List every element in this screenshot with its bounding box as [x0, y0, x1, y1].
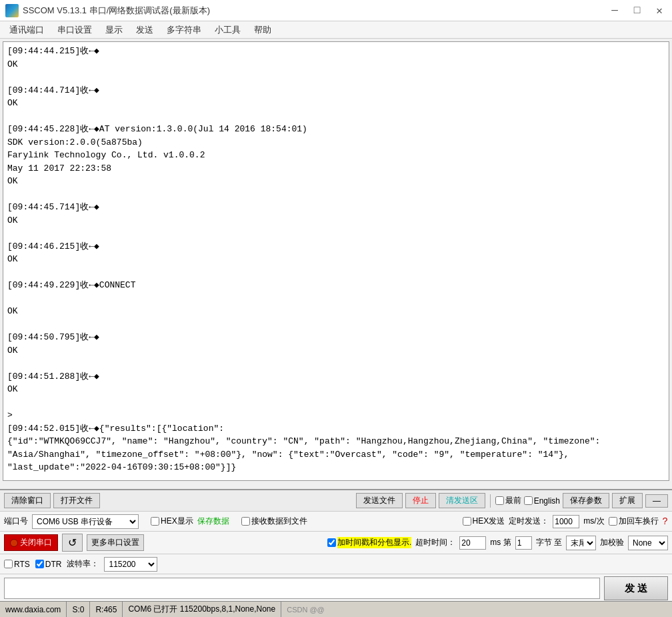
toolbar-row3: 关闭串口 ↺ 更多串口设置 加时间戳和分包显示. 超时时间： ms 第 字节 至…: [0, 532, 672, 554]
port-dropdown[interactable]: COM6 USB 串行设备: [32, 514, 139, 529]
byte-unit-label: 字节 至: [536, 537, 562, 548]
stop-button[interactable]: 停止: [405, 493, 436, 508]
hex-display-text: HEX显示: [161, 516, 193, 527]
menu-multistring[interactable]: 多字符串: [160, 22, 208, 38]
recv-file-text: 接收数据到文件: [251, 516, 307, 527]
save-data-link[interactable]: 保存数据: [197, 516, 229, 527]
hex-send-checkbox[interactable]: [463, 517, 471, 526]
ms-per-label: ms/次: [583, 516, 604, 527]
website-status: www.daxia.com: [0, 602, 67, 617]
recv-file-checkbox[interactable]: [241, 517, 250, 526]
baud-label: 波特率：: [67, 558, 99, 570]
timestamp-checkbox[interactable]: [327, 538, 336, 547]
toolbar-row1: 清除窗口 打开文件 发送文件 停止 清发送区 最前 English 保存参数 扩…: [0, 490, 672, 512]
refresh-button[interactable]: ↺: [62, 534, 83, 552]
english-checkbox-label[interactable]: English: [524, 496, 560, 506]
s-count-status: S:0: [67, 602, 90, 617]
watermark: CSDN @@: [281, 602, 672, 617]
add-crlf-text: 加回车换行: [619, 516, 659, 527]
more-settings-button[interactable]: 更多串口设置: [87, 534, 144, 551]
terminal-area: [09:44:44.215]收←◆ OK [09:44:44.714]收←◆ O…: [3, 41, 669, 481]
save-params-button[interactable]: 保存参数: [563, 493, 609, 508]
timed-send-input[interactable]: [553, 515, 579, 528]
timestamp-checkbox-label[interactable]: 加时间戳和分包显示.: [327, 537, 411, 548]
terminal-output: [09:44:44.215]收←◆ OK [09:44:44.714]收←◆ O…: [3, 42, 669, 480]
port-label: 端口号: [4, 516, 28, 527]
open-file-button[interactable]: 打开文件: [53, 493, 100, 508]
menu-tools[interactable]: 小工具: [208, 22, 247, 38]
dtr-checkbox[interactable]: [35, 560, 44, 568]
dtr-label[interactable]: DTR: [35, 560, 62, 569]
english-label: English: [534, 496, 560, 506]
title-left: SSCOM V5.13.1 串口/网络数据调试器(最新版本): [5, 4, 210, 17]
title-controls[interactable]: — □ ✕: [607, 3, 667, 19]
byte-start-input[interactable]: [515, 536, 532, 550]
menu-comm-port[interactable]: 通讯端口: [3, 22, 51, 38]
rts-label[interactable]: RTS: [4, 560, 30, 569]
collapse-button[interactable]: —: [645, 494, 668, 508]
menu-serial-settings[interactable]: 串口设置: [51, 22, 99, 38]
title-text: SSCOM V5.13.1 串口/网络数据调试器(最新版本): [23, 5, 210, 17]
rts-checkbox[interactable]: [4, 560, 13, 568]
topmost-label: 最前: [505, 495, 521, 506]
checksum-dropdown[interactable]: None: [628, 536, 668, 550]
baud-dropdown[interactable]: 115200 9600 19200 38400 57600 230400: [104, 557, 157, 572]
close-button[interactable]: ✕: [652, 3, 667, 19]
com-status: COM6 已打开 115200bps,8,1,None,None: [123, 602, 281, 617]
send-button[interactable]: 发 送: [604, 576, 668, 600]
menu-bar: 通讯端口 串口设置 显示 发送 多字符串 小工具 帮助: [0, 21, 672, 39]
bottom-panel: 清除窗口 打开文件 发送文件 停止 清发送区 最前 English 保存参数 扩…: [0, 489, 672, 617]
send-input[interactable]: [4, 578, 600, 599]
hex-send-text: HEX发送: [473, 516, 505, 527]
topmost-checkbox[interactable]: [495, 496, 504, 505]
app-icon: [5, 4, 19, 17]
title-bar: SSCOM V5.13.1 串口/网络数据调试器(最新版本) — □ ✕: [0, 0, 672, 21]
close-port-label: 关闭串口: [20, 537, 52, 548]
menu-send[interactable]: 发送: [129, 22, 160, 38]
hex-display-label[interactable]: HEX显示: [151, 516, 193, 527]
status-bar: www.daxia.com S:0 R:465 COM6 已打开 115200b…: [0, 601, 672, 617]
checksum-label: 加校验: [600, 537, 624, 548]
hex-display-checkbox[interactable]: [151, 517, 159, 526]
rts-text: RTS: [14, 560, 30, 569]
dtr-text: DTR: [45, 560, 62, 569]
send-row: 发 送: [0, 574, 672, 602]
add-crlf-label[interactable]: 加回车换行: [609, 516, 659, 527]
timestamp-text: 加时间戳和分包显示.: [337, 537, 411, 548]
timeout-label: 超时时间：: [415, 537, 455, 548]
add-crlf-checkbox[interactable]: [609, 517, 617, 526]
topmost-checkbox-label[interactable]: 最前: [495, 495, 521, 506]
hex-send-label[interactable]: HEX发送: [463, 516, 505, 527]
menu-help[interactable]: 帮助: [247, 22, 278, 38]
close-port-button[interactable]: 关闭串口: [4, 534, 58, 551]
maximize-button[interactable]: □: [630, 3, 645, 18]
send-file-button[interactable]: 发送文件: [356, 493, 403, 508]
clear-window-button[interactable]: 清除窗口: [4, 493, 51, 508]
r-count-status: R:465: [90, 602, 123, 617]
circle-indicator: [10, 539, 18, 547]
clear-send-button[interactable]: 清发送区: [439, 493, 485, 508]
english-checkbox[interactable]: [524, 496, 533, 505]
timed-send-label: 定时发送：: [509, 516, 549, 527]
recv-file-label[interactable]: 接收数据到文件: [241, 516, 307, 527]
ms-label: ms 第: [490, 537, 511, 548]
byte-end-dropdown[interactable]: 末尾: [566, 536, 596, 550]
minimize-button[interactable]: —: [607, 3, 622, 18]
toolbar-row4: RTS DTR 波特率： 115200 9600 19200 38400 576…: [0, 554, 672, 574]
timeout-input[interactable]: [459, 536, 486, 550]
question-icon: ?: [663, 516, 668, 527]
expand-button[interactable]: 扩展: [612, 493, 643, 508]
toolbar-row2: 端口号 COM6 USB 串行设备 HEX显示 保存数据 接收数据到文件 HEX…: [0, 512, 672, 532]
menu-display[interactable]: 显示: [99, 22, 129, 38]
